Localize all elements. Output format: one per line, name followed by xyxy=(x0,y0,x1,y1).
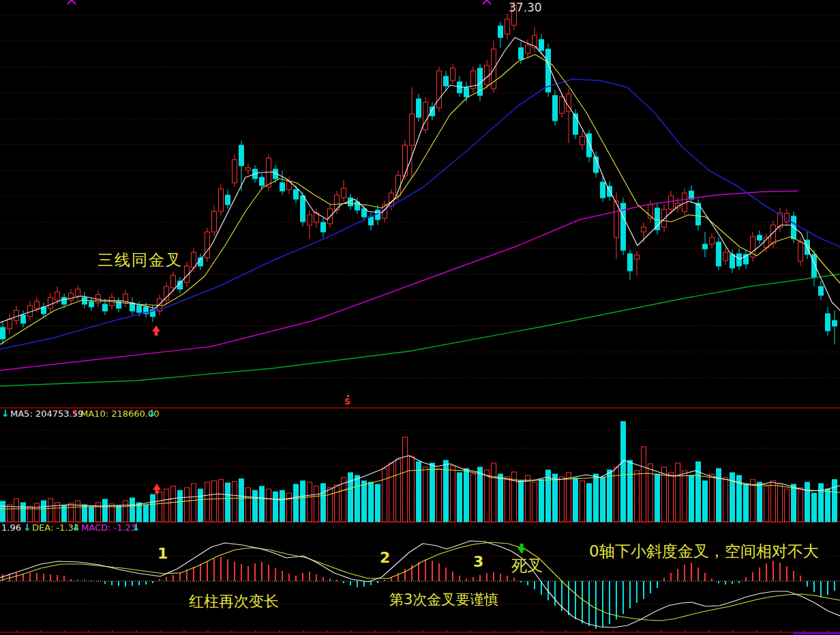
down-arrow-icon: ↓ xyxy=(132,522,140,532)
volume-pane[interactable] xyxy=(0,408,840,522)
zero-axis-annotation: 0轴下小斜度金叉，空间相对不大 xyxy=(589,544,819,559)
red-bars-annotation: 红柱再次变长 xyxy=(189,594,279,609)
golden-cross-1-label: 1 xyxy=(158,546,168,561)
down-arrow-icon: ↓ xyxy=(148,409,156,418)
macd-dif-value: 1.96 xyxy=(1,523,21,532)
three-line-cross-annotation: 三线同金叉 xyxy=(97,252,183,268)
down-arrow-icon: ↓ xyxy=(23,522,31,532)
macd-pane[interactable] xyxy=(0,522,840,635)
down-arrow-icon: ↓ xyxy=(72,522,80,532)
down-arrow-icon: ↓ xyxy=(1,409,10,418)
death-cross-annotation: 死叉 xyxy=(511,558,543,574)
up-arrow-icon: ↑ xyxy=(71,409,79,418)
main-chart-pane[interactable] xyxy=(0,0,840,407)
sell-signal-dot xyxy=(347,395,349,397)
peak-price-label: 37.30 xyxy=(509,2,542,14)
golden-cross-3-label: 3 xyxy=(473,555,483,570)
sell-signal-marker: S xyxy=(344,398,350,406)
golden-cross-2-label: 2 xyxy=(380,550,390,565)
third-cross-annotation: 第3次金叉要谨慎 xyxy=(389,593,498,607)
macd-value-label: MACD: -1.23 xyxy=(81,523,136,532)
stock-chart-window: 37.30 三线同金叉 ↓ MA5: 204753.59 ↑ MA10: 218… xyxy=(0,0,840,635)
